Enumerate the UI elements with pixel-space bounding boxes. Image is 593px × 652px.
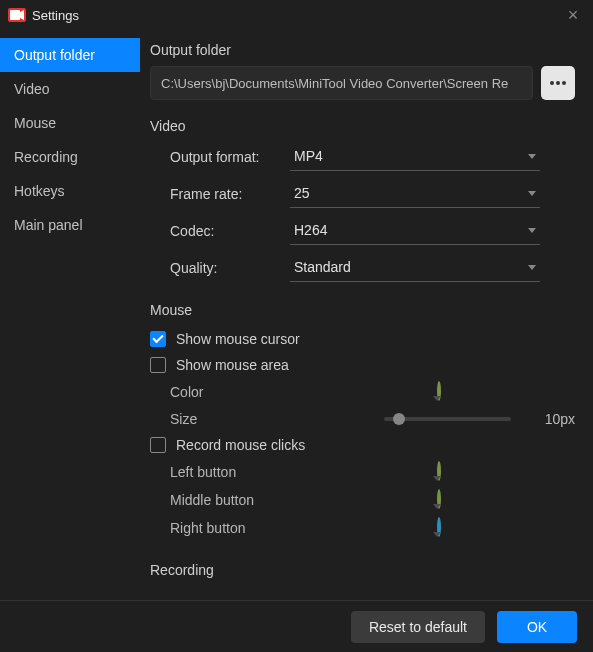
show-cursor-checkbox[interactable] — [150, 331, 166, 347]
output-format-value: MP4 — [294, 148, 323, 164]
frame-rate-value: 25 — [294, 185, 310, 201]
ok-button[interactable]: OK — [497, 611, 577, 643]
record-clicks-label: Record mouse clicks — [176, 437, 305, 453]
show-area-label: Show mouse area — [176, 357, 289, 373]
right-button-color-picker[interactable] — [437, 519, 455, 537]
browse-button[interactable] — [541, 66, 575, 100]
codec-select[interactable]: H264 — [290, 216, 540, 245]
output-format-select[interactable]: MP4 — [290, 142, 540, 171]
slider-thumb[interactable] — [393, 413, 405, 425]
close-icon[interactable]: × — [561, 3, 585, 27]
sidebar-item-mouse[interactable]: Mouse — [0, 106, 140, 140]
area-color-picker[interactable] — [437, 383, 455, 401]
left-button-color-picker[interactable] — [437, 463, 455, 481]
footer: Reset to default OK — [0, 600, 593, 652]
middle-button-color-picker[interactable] — [437, 491, 455, 509]
ellipsis-icon — [550, 81, 566, 85]
area-size-value: 10px — [525, 411, 575, 427]
reset-button[interactable]: Reset to default — [351, 611, 485, 643]
sidebar-item-recording[interactable]: Recording — [0, 140, 140, 174]
sidebar-item-hotkeys[interactable]: Hotkeys — [0, 174, 140, 208]
sidebar-item-video[interactable]: Video — [0, 72, 140, 106]
output-format-label: Output format: — [170, 149, 290, 165]
chevron-down-icon — [528, 265, 536, 270]
area-size-label: Size — [170, 411, 270, 427]
area-color-label: Color — [170, 384, 437, 400]
frame-rate-label: Frame rate: — [170, 186, 290, 202]
sidebar: Output folder Video Mouse Recording Hotk… — [0, 30, 140, 600]
sidebar-item-main-panel[interactable]: Main panel — [0, 208, 140, 242]
quality-label: Quality: — [170, 260, 290, 276]
section-title-video: Video — [150, 118, 575, 134]
window-title: Settings — [32, 8, 79, 23]
show-cursor-label: Show mouse cursor — [176, 331, 300, 347]
section-title-output-folder: Output folder — [150, 42, 575, 58]
app-icon — [8, 6, 26, 24]
codec-value: H264 — [294, 222, 327, 238]
codec-label: Codec: — [170, 223, 290, 239]
sidebar-item-output-folder[interactable]: Output folder — [0, 38, 140, 72]
area-size-slider[interactable] — [384, 417, 511, 421]
right-button-label: Right button — [170, 520, 437, 536]
section-title-mouse: Mouse — [150, 302, 575, 318]
svg-rect-1 — [10, 10, 20, 20]
show-area-checkbox[interactable] — [150, 357, 166, 373]
chevron-down-icon — [528, 191, 536, 196]
record-clicks-checkbox[interactable] — [150, 437, 166, 453]
middle-button-label: Middle button — [170, 492, 437, 508]
left-button-label: Left button — [170, 464, 437, 480]
chevron-down-icon — [528, 228, 536, 233]
main-panel: Output folder Video Output format: MP4 F… — [140, 30, 593, 600]
frame-rate-select[interactable]: 25 — [290, 179, 540, 208]
chevron-down-icon — [528, 154, 536, 159]
quality-value: Standard — [294, 259, 351, 275]
output-folder-input[interactable] — [150, 66, 533, 100]
section-title-recording: Recording — [150, 562, 575, 578]
quality-select[interactable]: Standard — [290, 253, 540, 282]
titlebar: Settings × — [0, 0, 593, 30]
